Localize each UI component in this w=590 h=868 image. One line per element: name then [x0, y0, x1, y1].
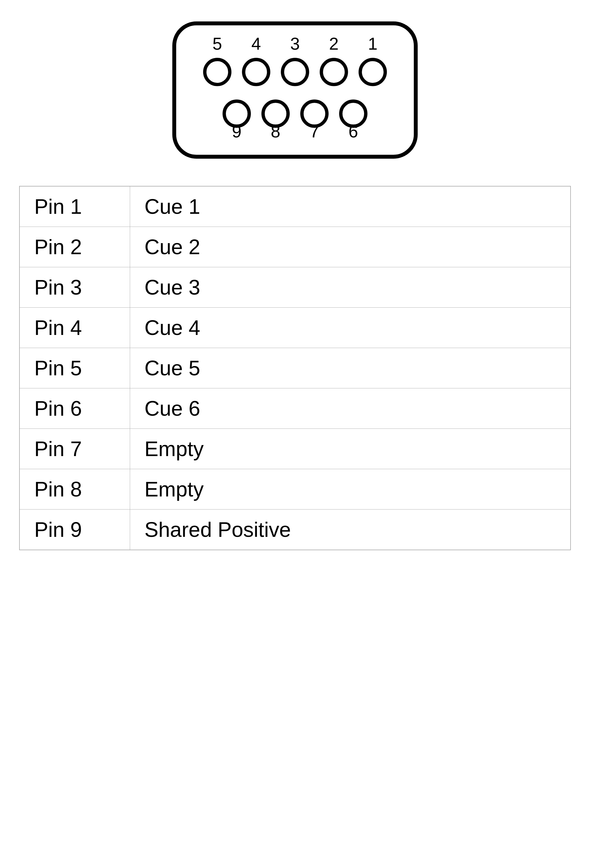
svg-text:8: 8 — [271, 122, 280, 141]
table-row: Pin 8Empty — [19, 469, 571, 509]
connector-svg: 5 4 3 2 1 9 8 7 6 — [169, 18, 421, 163]
svg-point-6 — [205, 59, 230, 84]
pin-label: Pin 2 — [19, 227, 130, 267]
table-row: Pin 3Cue 3 — [19, 267, 571, 308]
table-row: Pin 7Empty — [19, 429, 571, 469]
svg-text:4: 4 — [251, 34, 261, 53]
svg-text:2: 2 — [329, 34, 339, 53]
svg-text:5: 5 — [212, 34, 222, 53]
pin-label: Pin 4 — [19, 308, 130, 348]
svg-text:6: 6 — [348, 122, 358, 141]
svg-point-8 — [283, 59, 307, 84]
connector-diagram: 5 4 3 2 1 9 8 7 6 — [169, 18, 421, 163]
table-row: Pin 9Shared Positive — [19, 509, 571, 550]
pin-label: Pin 5 — [19, 348, 130, 388]
pin-description: Empty — [130, 429, 571, 469]
pin-label: Pin 6 — [19, 388, 130, 429]
pin-description: Cue 4 — [130, 308, 571, 348]
svg-text:9: 9 — [232, 122, 242, 141]
table-row: Pin 6Cue 6 — [19, 388, 571, 429]
table-row: Pin 5Cue 5 — [19, 348, 571, 388]
pin-table: Pin 1Cue 1Pin 2Cue 2Pin 3Cue 3Pin 4Cue 4… — [19, 186, 571, 550]
pin-label: Pin 9 — [19, 509, 130, 550]
pin-description: Cue 1 — [130, 186, 571, 227]
table-row: Pin 2Cue 2 — [19, 227, 571, 267]
pin-description: Cue 2 — [130, 227, 571, 267]
table-row: Pin 1Cue 1 — [19, 186, 571, 227]
svg-point-10 — [360, 59, 385, 84]
svg-text:7: 7 — [310, 122, 319, 141]
svg-point-9 — [322, 59, 347, 84]
svg-point-7 — [243, 59, 268, 84]
table-row: Pin 4Cue 4 — [19, 308, 571, 348]
svg-text:3: 3 — [291, 34, 300, 53]
pin-description: Empty — [130, 469, 571, 509]
pin-label: Pin 1 — [19, 186, 130, 227]
pin-description: Cue 5 — [130, 348, 571, 388]
svg-text:1: 1 — [368, 34, 378, 53]
pin-label: Pin 8 — [19, 469, 130, 509]
pin-description: Cue 3 — [130, 267, 571, 308]
pin-description: Cue 6 — [130, 388, 571, 429]
pin-label: Pin 3 — [19, 267, 130, 308]
pin-label: Pin 7 — [19, 429, 130, 469]
pin-description: Shared Positive — [130, 509, 571, 550]
